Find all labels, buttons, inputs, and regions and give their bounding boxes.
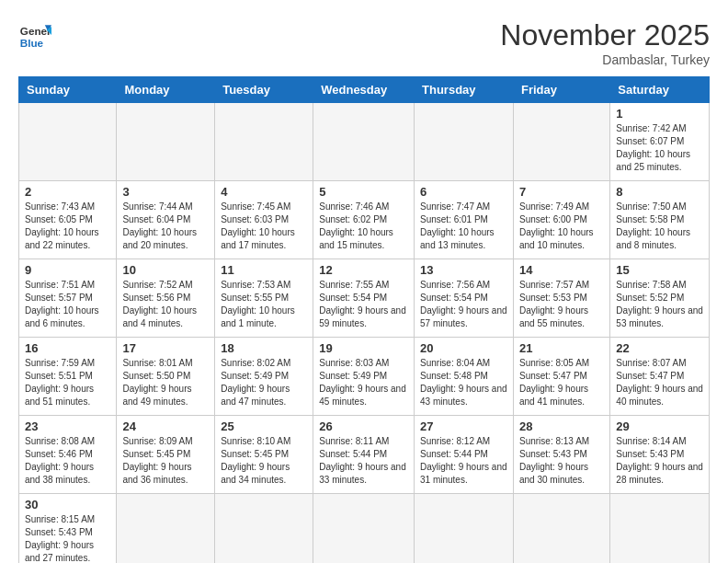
day-info: Sunrise: 7:56 AM Sunset: 5:54 PM Dayligh…: [420, 279, 507, 330]
day-info: Sunrise: 7:47 AM Sunset: 6:01 PM Dayligh…: [420, 201, 507, 252]
logo-icon: General Blue: [18, 18, 51, 52]
day-cell: 6Sunrise: 7:47 AM Sunset: 6:01 PM Daylig…: [415, 181, 514, 259]
week-row-2: 2Sunrise: 7:43 AM Sunset: 6:05 PM Daylig…: [19, 181, 710, 259]
weekday-header-saturday: Saturday: [610, 77, 710, 103]
week-row-4: 16Sunrise: 7:59 AM Sunset: 5:51 PM Dayli…: [19, 338, 710, 416]
day-cell: 26Sunrise: 8:11 AM Sunset: 5:44 PM Dayli…: [313, 416, 415, 494]
day-info: Sunrise: 7:43 AM Sunset: 6:05 PM Dayligh…: [25, 201, 110, 252]
weekday-header-wednesday: Wednesday: [313, 77, 415, 103]
day-number: 18: [221, 341, 307, 355]
day-cell: 16Sunrise: 7:59 AM Sunset: 5:51 PM Dayli…: [19, 338, 117, 416]
day-info: Sunrise: 8:10 AM Sunset: 5:45 PM Dayligh…: [221, 435, 307, 487]
day-cell: 27Sunrise: 8:12 AM Sunset: 5:44 PM Dayli…: [415, 416, 514, 494]
day-number: 5: [319, 185, 408, 199]
day-cell: 4Sunrise: 7:45 AM Sunset: 6:03 PM Daylig…: [215, 181, 313, 259]
day-cell: [513, 494, 609, 564]
title-block: November 2025 Dambaslar, Turkey: [500, 18, 710, 67]
day-number: 28: [519, 419, 604, 433]
week-row-6: 30Sunrise: 8:15 AM Sunset: 5:43 PM Dayli…: [19, 494, 710, 564]
day-number: 2: [25, 185, 110, 199]
weekday-header-tuesday: Tuesday: [215, 77, 313, 103]
day-cell: 8Sunrise: 7:50 AM Sunset: 5:58 PM Daylig…: [610, 181, 710, 259]
day-cell: [313, 103, 415, 181]
day-cell: 29Sunrise: 8:14 AM Sunset: 5:43 PM Dayli…: [610, 416, 710, 494]
day-info: Sunrise: 7:58 AM Sunset: 5:52 PM Dayligh…: [616, 279, 703, 330]
day-number: 21: [519, 341, 604, 355]
week-row-5: 23Sunrise: 8:08 AM Sunset: 5:46 PM Dayli…: [19, 416, 710, 494]
day-number: 4: [221, 185, 307, 199]
day-info: Sunrise: 7:59 AM Sunset: 5:51 PM Dayligh…: [25, 357, 110, 408]
day-cell: 7Sunrise: 7:49 AM Sunset: 6:00 PM Daylig…: [513, 181, 609, 259]
day-info: Sunrise: 8:13 AM Sunset: 5:43 PM Dayligh…: [519, 435, 604, 487]
day-cell: 24Sunrise: 8:09 AM Sunset: 5:45 PM Dayli…: [117, 416, 215, 494]
weekday-header-thursday: Thursday: [415, 77, 514, 103]
day-cell: 2Sunrise: 7:43 AM Sunset: 6:05 PM Daylig…: [19, 181, 117, 259]
day-cell: [415, 494, 514, 564]
day-cell: 30Sunrise: 8:15 AM Sunset: 5:43 PM Dayli…: [19, 494, 117, 564]
weekday-header-friday: Friday: [513, 77, 609, 103]
day-info: Sunrise: 7:45 AM Sunset: 6:03 PM Dayligh…: [221, 201, 307, 252]
day-cell: [19, 103, 117, 181]
week-row-3: 9Sunrise: 7:51 AM Sunset: 5:57 PM Daylig…: [19, 259, 710, 338]
day-cell: 17Sunrise: 8:01 AM Sunset: 5:50 PM Dayli…: [117, 338, 215, 416]
weekday-header-sunday: Sunday: [19, 77, 117, 103]
day-info: Sunrise: 7:44 AM Sunset: 6:04 PM Dayligh…: [122, 201, 209, 252]
day-number: 26: [319, 419, 408, 433]
day-cell: 15Sunrise: 7:58 AM Sunset: 5:52 PM Dayli…: [610, 259, 710, 338]
day-number: 24: [122, 419, 209, 433]
week-row-1: 1Sunrise: 7:42 AM Sunset: 6:07 PM Daylig…: [19, 103, 710, 181]
day-info: Sunrise: 8:05 AM Sunset: 5:47 PM Dayligh…: [519, 357, 604, 408]
day-cell: 21Sunrise: 8:05 AM Sunset: 5:47 PM Dayli…: [513, 338, 609, 416]
day-cell: 25Sunrise: 8:10 AM Sunset: 5:45 PM Dayli…: [215, 416, 313, 494]
day-cell: 9Sunrise: 7:51 AM Sunset: 5:57 PM Daylig…: [19, 259, 117, 338]
day-number: 11: [221, 263, 307, 277]
weekday-header-row: SundayMondayTuesdayWednesdayThursdayFrid…: [19, 77, 710, 103]
day-number: 12: [319, 263, 408, 277]
day-cell: [610, 494, 710, 564]
day-info: Sunrise: 8:15 AM Sunset: 5:43 PM Dayligh…: [25, 513, 110, 563]
month-title: November 2025: [500, 18, 710, 52]
day-number: 14: [519, 263, 604, 277]
day-info: Sunrise: 7:42 AM Sunset: 6:07 PM Dayligh…: [616, 122, 703, 174]
day-info: Sunrise: 7:51 AM Sunset: 5:57 PM Dayligh…: [25, 279, 110, 330]
day-cell: 22Sunrise: 8:07 AM Sunset: 5:47 PM Dayli…: [610, 338, 710, 416]
day-cell: 5Sunrise: 7:46 AM Sunset: 6:02 PM Daylig…: [313, 181, 415, 259]
day-info: Sunrise: 8:02 AM Sunset: 5:49 PM Dayligh…: [221, 357, 307, 408]
day-number: 8: [616, 185, 703, 199]
day-info: Sunrise: 8:09 AM Sunset: 5:45 PM Dayligh…: [122, 435, 209, 487]
day-info: Sunrise: 8:01 AM Sunset: 5:50 PM Dayligh…: [122, 357, 209, 408]
day-info: Sunrise: 7:50 AM Sunset: 5:58 PM Dayligh…: [616, 201, 703, 252]
day-number: 17: [122, 341, 209, 355]
day-number: 7: [519, 185, 604, 199]
location: Dambaslar, Turkey: [500, 52, 710, 67]
day-number: 25: [221, 419, 307, 433]
day-number: 1: [616, 107, 703, 121]
day-number: 3: [122, 185, 209, 199]
day-number: 16: [25, 341, 110, 355]
day-info: Sunrise: 8:11 AM Sunset: 5:44 PM Dayligh…: [319, 435, 408, 487]
calendar-table: SundayMondayTuesdayWednesdayThursdayFrid…: [18, 76, 710, 563]
day-cell: [313, 494, 415, 564]
day-number: 6: [420, 185, 507, 199]
day-number: 29: [616, 419, 703, 433]
day-cell: 28Sunrise: 8:13 AM Sunset: 5:43 PM Dayli…: [513, 416, 609, 494]
day-number: 15: [616, 263, 703, 277]
day-cell: 14Sunrise: 7:57 AM Sunset: 5:53 PM Dayli…: [513, 259, 609, 338]
day-cell: 19Sunrise: 8:03 AM Sunset: 5:49 PM Dayli…: [313, 338, 415, 416]
day-number: 20: [420, 341, 507, 355]
day-cell: 18Sunrise: 8:02 AM Sunset: 5:49 PM Dayli…: [215, 338, 313, 416]
svg-text:Blue: Blue: [20, 37, 44, 49]
day-info: Sunrise: 7:55 AM Sunset: 5:54 PM Dayligh…: [319, 279, 408, 330]
day-cell: 20Sunrise: 8:04 AM Sunset: 5:48 PM Dayli…: [415, 338, 514, 416]
day-number: 27: [420, 419, 507, 433]
day-info: Sunrise: 7:57 AM Sunset: 5:53 PM Dayligh…: [519, 279, 604, 330]
day-cell: 13Sunrise: 7:56 AM Sunset: 5:54 PM Dayli…: [415, 259, 514, 338]
day-number: 13: [420, 263, 507, 277]
day-number: 23: [25, 419, 110, 433]
day-info: Sunrise: 7:52 AM Sunset: 5:56 PM Dayligh…: [122, 279, 209, 330]
day-info: Sunrise: 8:07 AM Sunset: 5:47 PM Dayligh…: [616, 357, 703, 408]
day-number: 30: [25, 498, 110, 511]
day-number: 19: [319, 341, 408, 355]
logo: General Blue: [18, 18, 51, 52]
day-number: 10: [122, 263, 209, 277]
